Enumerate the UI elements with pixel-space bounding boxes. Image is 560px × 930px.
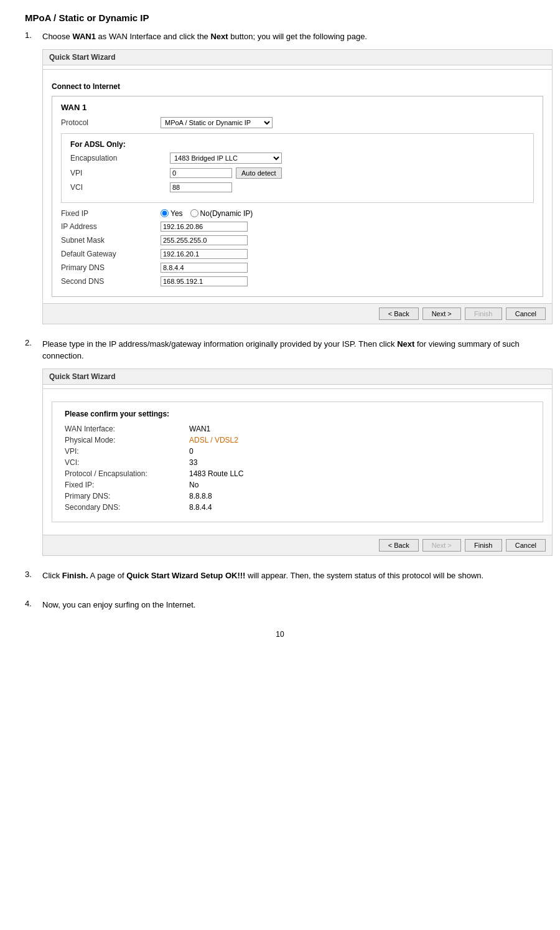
vpi-input[interactable]: [170, 168, 232, 178]
adsl-section: For ADSL Only: Encapsulation 1483 Bridge…: [61, 133, 534, 203]
fixed-ip-no-radio[interactable]: [190, 209, 198, 217]
vpi-value: Auto detect: [170, 167, 282, 179]
fixed-ip-row: Fixed IP Yes No(Dynamic IP): [61, 209, 534, 218]
vci-value: [170, 182, 232, 192]
fixed-ip-yes-label[interactable]: Yes: [161, 209, 183, 218]
default-gateway-label: Default Gateway: [61, 250, 161, 258]
confirm-key: WAN Interface:: [65, 425, 189, 433]
encapsulation-value: 1483 Bridged IP LLC: [170, 153, 282, 164]
second-dns-value: [161, 276, 248, 286]
confirm-key: Protocol / Encapsulation:: [65, 469, 189, 478]
fixed-ip-no-text: No(Dynamic IP): [200, 209, 253, 218]
wizard-1-section-title: Connect to Internet: [52, 82, 543, 91]
default-gateway-input[interactable]: [161, 249, 248, 259]
vci-input[interactable]: [170, 182, 232, 192]
step-2-text: Please type in the IP address/mask/gatew…: [42, 338, 553, 362]
page-title: MPoA / Static or Dynamic IP: [25, 12, 535, 23]
wizard-box-1: Quick Start Wizard Connect to Internet W…: [42, 49, 553, 324]
confirm-row: Protocol / Encapsulation:1483 Route LLC: [65, 469, 530, 478]
wan-header: WAN 1: [61, 103, 534, 112]
second-dns-label: Second DNS: [61, 277, 161, 286]
protocol-value: MPoA / Static or Dynamic IP: [161, 117, 273, 128]
second-dns-row: Second DNS: [61, 276, 534, 286]
encapsulation-select[interactable]: 1483 Bridged IP LLC: [170, 153, 282, 164]
step-2-number: 2.: [25, 338, 42, 558]
wizard-1-back-button[interactable]: < Back: [379, 308, 419, 320]
confirm-key: VPI:: [65, 447, 189, 456]
step-2: 2. Please type in the IP address/mask/ga…: [25, 338, 535, 558]
confirm-value: 0: [189, 447, 194, 456]
wizard-1-next-button[interactable]: Next >: [422, 308, 461, 320]
confirm-row: Primary DNS:8.8.8.8: [65, 492, 530, 500]
protocol-label: Protocol: [61, 118, 161, 127]
protocol-select[interactable]: MPoA / Static or Dynamic IP: [161, 117, 273, 128]
confirm-value: ADSL / VDSL2: [189, 436, 238, 444]
protocol-row: Protocol MPoA / Static or Dynamic IP: [61, 117, 534, 128]
ip-address-input[interactable]: [161, 222, 248, 232]
confirm-key: Secondary DNS:: [65, 503, 189, 512]
wizard-2-cancel-button[interactable]: Cancel: [506, 539, 546, 552]
fixed-ip-no-label[interactable]: No(Dynamic IP): [190, 209, 253, 218]
confirm-title: Please confirm your settings:: [65, 410, 530, 418]
wizard-2-button-bar: < Back Next > Finish Cancel: [43, 535, 552, 555]
confirm-key: Fixed IP:: [65, 481, 189, 489]
step-3-text: Click Finish. A page of Quick Start Wiza…: [42, 570, 535, 582]
step-1: 1. Choose WAN1 as WAN Interface and clic…: [25, 31, 535, 327]
second-dns-input[interactable]: [161, 276, 248, 286]
step-4-text: Now, you can enjoy surfing on the Intern…: [42, 599, 535, 611]
adsl-section-title: For ADSL Only:: [70, 140, 525, 149]
step-3-number: 3.: [25, 570, 42, 588]
wizard-1-cancel-button[interactable]: Cancel: [506, 308, 546, 320]
vpi-label: VPI: [70, 169, 170, 177]
primary-dns-value: [161, 263, 248, 273]
confirm-value: 1483 Route LLC: [189, 469, 243, 478]
confirm-key: Primary DNS:: [65, 492, 189, 500]
primary-dns-input[interactable]: [161, 263, 248, 273]
subnet-mask-row: Subnet Mask: [61, 235, 534, 245]
subnet-mask-label: Subnet Mask: [61, 236, 161, 245]
confirm-key: VCI:: [65, 458, 189, 467]
fixed-ip-label: Fixed IP: [61, 209, 161, 218]
step-1-content: Choose WAN1 as WAN Interface and click t…: [42, 31, 553, 327]
step-3-content: Click Finish. A page of Quick Start Wiza…: [42, 570, 535, 588]
wizard-2-header: Quick Start Wizard: [43, 369, 552, 385]
confirm-value: No: [189, 481, 198, 489]
ip-address-row: IP Address: [61, 222, 534, 232]
vpi-row: VPI Auto detect: [70, 167, 525, 179]
wizard-1-button-bar: < Back Next > Finish Cancel: [43, 303, 552, 324]
step-3: 3. Click Finish. A page of Quick Start W…: [25, 570, 535, 588]
wizard-2-body: Please confirm your settings: WAN Interf…: [43, 395, 552, 535]
primary-dns-row: Primary DNS: [61, 263, 534, 273]
encapsulation-row: Encapsulation 1483 Bridged IP LLC: [70, 153, 525, 164]
step-1-number: 1.: [25, 31, 42, 327]
fixed-ip-options: Yes No(Dynamic IP): [161, 209, 253, 218]
vci-label: VCI: [70, 183, 170, 192]
confirm-row: VPI:0: [65, 447, 530, 456]
primary-dns-label: Primary DNS: [61, 263, 161, 272]
page-number: 10: [25, 630, 535, 639]
confirm-box: Please confirm your settings: WAN Interf…: [52, 402, 543, 522]
confirm-rows: WAN Interface:WAN1Physical Mode:ADSL / V…: [65, 425, 530, 512]
vci-row: VCI: [70, 182, 525, 192]
ip-address-label: IP Address: [61, 222, 161, 231]
step-1-text: Choose WAN1 as WAN Interface and click t…: [42, 31, 553, 43]
step-4-number: 4.: [25, 599, 42, 618]
confirm-value: 8.8.4.4: [189, 503, 212, 512]
subnet-mask-value: [161, 235, 248, 245]
wizard-1-finish-button[interactable]: Finish: [465, 308, 502, 320]
wizard-2-back-button[interactable]: < Back: [379, 539, 419, 552]
wizard-1-body: Connect to Internet WAN 1 Protocol MPoA …: [43, 76, 552, 303]
fixed-ip-yes-radio[interactable]: [161, 209, 169, 217]
subnet-mask-input[interactable]: [161, 235, 248, 245]
wizard-2-finish-button[interactable]: Finish: [465, 539, 502, 552]
default-gateway-row: Default Gateway: [61, 249, 534, 259]
wizard-2-next-button[interactable]: Next >: [422, 539, 461, 552]
fixed-ip-yes-text: Yes: [170, 209, 183, 218]
default-gateway-value: [161, 249, 248, 259]
confirm-value: 33: [189, 458, 197, 467]
step-2-content: Please type in the IP address/mask/gatew…: [42, 338, 553, 558]
confirm-row: Physical Mode:ADSL / VDSL2: [65, 436, 530, 444]
confirm-row: WAN Interface:WAN1: [65, 425, 530, 433]
auto-detect-button[interactable]: Auto detect: [236, 167, 282, 179]
encapsulation-label: Encapsulation: [70, 154, 170, 162]
